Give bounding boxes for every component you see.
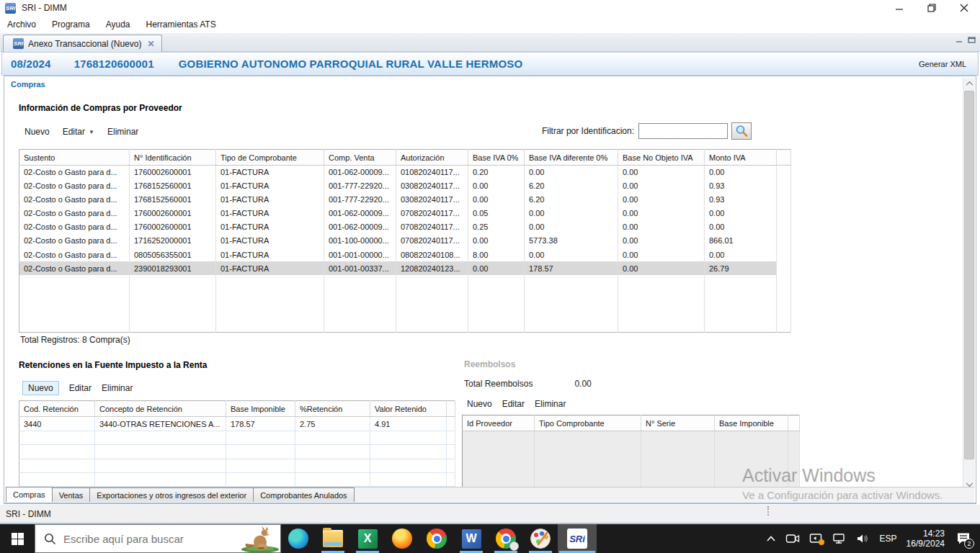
scroll-up-icon[interactable] [963, 78, 976, 89]
table-cell[interactable]: 2.75 [295, 417, 370, 431]
table-cell[interactable]: 0.00 [618, 207, 705, 220]
table-cell[interactable]: 02-Costo o Gasto para d... [19, 166, 130, 179]
ret-eliminar-button[interactable]: Eliminar [102, 383, 133, 393]
menu-ayuda[interactable]: Ayuda [106, 19, 130, 30]
table-cell[interactable]: 001-001-00000... [324, 248, 396, 261]
table-cell[interactable]: 0.00 [618, 234, 705, 248]
table-cell[interactable]: 866.01 [705, 234, 777, 248]
table-cell[interactable]: 02-Costo o Gasto para d... [19, 248, 130, 261]
table-cell[interactable]: 070820240117... [396, 220, 468, 234]
col-autorizacion[interactable]: Autorización [396, 150, 468, 166]
table-cell[interactable]: 001-062-00009... [324, 166, 396, 179]
search-input[interactable] [63, 533, 239, 545]
table-cell[interactable]: 0.00 [525, 248, 618, 261]
taskbar-file-explorer[interactable] [316, 524, 350, 553]
col-cod-retencion[interactable]: Cod. Retención [19, 401, 95, 417]
tab-comprobantes-anulados[interactable]: Comprobantes Anulados [253, 487, 354, 502]
search-button[interactable] [731, 122, 752, 140]
table-cell[interactable]: 178.57 [525, 261, 618, 275]
col-base-iva-dif[interactable]: Base IVA diferente 0% [525, 150, 618, 166]
reemb-editar-button[interactable]: Editar [502, 399, 525, 409]
tab-anexo-transaccional[interactable]: SRi Anexo Transaccional (Nuevo) ✕ [3, 35, 162, 52]
col-tipo-comprobante[interactable]: Tipo de Comprobante [216, 150, 324, 166]
table-cell[interactable]: 0.00 [468, 261, 525, 275]
table-cell[interactable]: 178.57 [226, 417, 295, 431]
table-cell[interactable]: 0.00 [705, 166, 777, 179]
table-row[interactable]: 02-Costo o Gasto para d...17600026000010… [19, 207, 791, 220]
table-cell[interactable]: 0.00 [618, 220, 705, 234]
table-cell[interactable]: 0.00 [618, 179, 705, 193]
table-cell[interactable]: 2390018293001 [130, 261, 216, 275]
col-pct-retencion[interactable]: %Retención [295, 401, 370, 417]
table-cell[interactable]: 001-100-00000... [324, 234, 396, 248]
table-cell[interactable]: 001-001-00337... [324, 261, 396, 275]
tab-exportaciones[interactable]: Exportaciones y otros ingresos del exter… [89, 487, 254, 502]
eliminar-button[interactable]: Eliminar [107, 127, 138, 137]
panel-minimize-icon[interactable] [956, 36, 963, 44]
col-base-imponible[interactable]: Base Imponible [226, 401, 295, 417]
col-comp-venta[interactable]: Comp. Venta [324, 150, 396, 166]
table-cell[interactable]: 080820240108... [396, 248, 468, 261]
col-identificacion[interactable]: N° Identificación [130, 150, 216, 166]
taskbar-word[interactable]: W [454, 524, 489, 553]
table-cell[interactable]: 02-Costo o Gasto para d... [19, 261, 130, 275]
table-cell[interactable]: 030820240117... [396, 179, 468, 193]
table-cell[interactable]: 01-FACTURA [216, 220, 324, 234]
col-tipo-comprobante[interactable]: Tipo Comprobante [535, 415, 641, 431]
table-cell[interactable]: 26.79 [705, 261, 777, 275]
table-cell[interactable]: 0.93 [705, 179, 777, 193]
restore-button[interactable] [915, 0, 948, 16]
table-cell[interactable]: 1760002600001 [130, 166, 216, 179]
menu-herramientas-ats[interactable]: Herramientas ATS [146, 19, 216, 30]
table-cell[interactable]: 0.00 [525, 207, 618, 220]
table-cell[interactable]: 0.00 [525, 166, 618, 179]
table-cell[interactable]: 8.00 [468, 248, 525, 261]
table-cell[interactable]: 6.20 [525, 193, 618, 207]
table-cell[interactable]: 01-FACTURA [216, 248, 324, 261]
table-cell[interactable]: 0805056355001 [130, 248, 216, 261]
table-cell[interactable]: 0.00 [705, 207, 777, 220]
table-cell[interactable]: 070820240117... [396, 234, 468, 248]
taskbar-chrome[interactable] [419, 524, 454, 553]
taskbar-sri-dimm[interactable]: SRi [558, 524, 597, 553]
table-cell[interactable]: 0.20 [468, 166, 525, 179]
table-row[interactable]: 02-Costo o Gasto para d...17600026000010… [19, 220, 791, 234]
tab-close-icon[interactable]: ✕ [146, 39, 156, 49]
tray-chevron-up-icon[interactable] [766, 535, 776, 542]
table-cell[interactable]: 1768152560001 [130, 179, 216, 193]
meet-now-icon[interactable] [785, 533, 800, 544]
tab-ventas[interactable]: Ventas [52, 487, 91, 502]
table-cell[interactable]: 01-FACTURA [216, 179, 324, 193]
scrollbar-thumb[interactable] [964, 91, 974, 459]
table-row[interactable]: 02-Costo o Gasto para d...08050563550010… [19, 248, 791, 261]
table-cell[interactable]: 001-062-00009... [324, 207, 396, 220]
taskbar-excel[interactable]: X [350, 524, 385, 553]
table-cell[interactable]: 5773.38 [525, 234, 618, 248]
table-cell[interactable]: 0.25 [468, 220, 525, 234]
table-cell[interactable]: 01-FACTURA [216, 193, 324, 207]
panel-maximize-icon[interactable] [968, 36, 976, 44]
table-row[interactable]: 02-Costo o Gasto para d...17681525600010… [19, 193, 791, 207]
vertical-scrollbar[interactable] [963, 78, 975, 490]
table-cell[interactable]: 001-062-00009... [324, 220, 396, 234]
table-cell[interactable]: 1768152560001 [130, 193, 216, 207]
table-cell[interactable]: 6.20 [525, 179, 618, 193]
menu-programa[interactable]: Programa [52, 19, 90, 30]
table-row[interactable]: 34403440-OTRAS RETENCIONES A...178.572.7… [19, 417, 455, 431]
table-cell[interactable]: 3440 [19, 417, 95, 431]
col-monto-iva[interactable]: Monto IVA [705, 150, 777, 166]
table-cell[interactable]: 0.00 [468, 179, 525, 193]
table-cell[interactable]: 070820240117... [396, 207, 468, 220]
minimize-button[interactable] [883, 0, 915, 16]
table-cell[interactable]: 0.00 [525, 220, 618, 234]
taskbar-paint[interactable] [523, 524, 558, 553]
tab-compras[interactable]: Compras [6, 487, 53, 502]
filter-input[interactable] [638, 123, 728, 139]
table-cell[interactable]: 02-Costo o Gasto para d... [19, 234, 130, 248]
update-status-icon[interactable] [809, 533, 823, 544]
table-cell[interactable]: 0.93 [705, 193, 777, 207]
taskbar-firefox[interactable] [385, 524, 419, 553]
col-sustento[interactable]: Sustento [19, 150, 130, 166]
taskbar-search[interactable] [35, 524, 281, 553]
table-row[interactable]: 02-Costo o Gasto para d...17162520000010… [19, 234, 791, 248]
